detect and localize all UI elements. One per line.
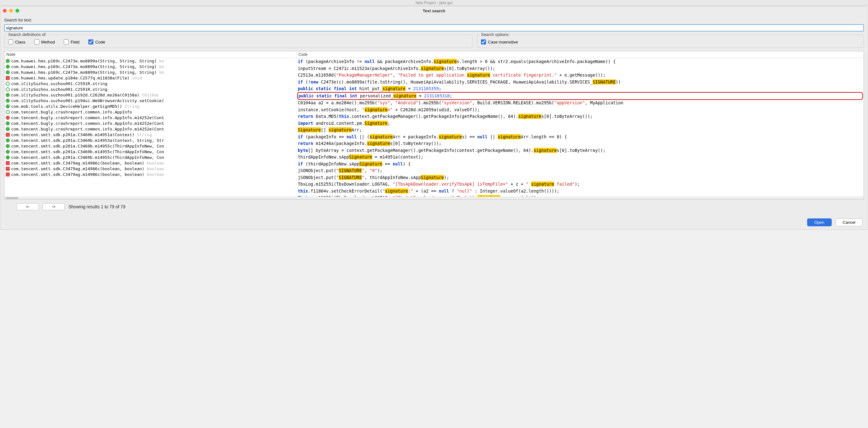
node-text: com.tencent.smtt.sdk.C3479ag.m14986c(boo… [11, 166, 145, 171]
search-input[interactable]: signature [4, 24, 864, 32]
table-row[interactable]: com.huawei.hms.p169c.C2473e.mo8899a(Stri… [4, 64, 296, 69]
table-row[interactable]: com.tencent.smtt.sdk.p201a.C3460b.m14951… [4, 132, 296, 137]
search-input-text: signature [6, 26, 23, 30]
checkbox-label: Field [71, 40, 80, 44]
table-row[interactable]: com.tencent.smtt.sdk.p201a.C3460b.m14953… [4, 137, 296, 143]
code-line[interactable]: instance.setCookie(host, "signature=" + … [297, 106, 864, 113]
table-row[interactable]: com.huawei.hms.p169c.C2473e.mo8899a(Stri… [4, 69, 296, 75]
code-line[interactable]: byte[] byteArray = context.getPackageMan… [297, 147, 864, 154]
field-icon [6, 133, 10, 137]
return-type: boolean [147, 161, 164, 165]
code-line[interactable]: TbsLog.m15255i(TbsDownloader.LOGTAG, "[T… [297, 194, 864, 197]
table-row[interactable]: com.tencent.smtt.sdk.p201a.C3460b.m14955… [4, 149, 296, 155]
code-line[interactable]: C0104aa a2 = a.mo284e().mo295b("sys", "A… [297, 100, 864, 106]
method-icon [6, 127, 10, 131]
table-row[interactable]: com.iCitySuzhou.suzhou001.p194ui.WebBrow… [4, 98, 296, 103]
code-line[interactable]: return Data.MD5(this.context.getPackageM… [297, 113, 864, 120]
code-line[interactable]: public static final int hint_put_signatu… [297, 86, 864, 92]
table-row[interactable]: com.tencent.smtt.sdk.C3479ag.m14986c(boo… [4, 160, 296, 166]
method-icon [6, 99, 10, 103]
table-row[interactable]: com.huawei.hms.update.p184e.C2577q.m1183… [4, 75, 296, 81]
table-row[interactable]: com.iCitySuzhou.suzhou001.C2591R.string [4, 86, 296, 92]
method-icon [6, 110, 10, 114]
node-text: com.huawei.hms.p169c.C2473e.mo8899a(Stri… [11, 64, 157, 69]
code-line[interactable]: import android.content.pm.Signature; [297, 120, 864, 127]
checkbox-method[interactable]: Method [34, 39, 55, 44]
node-text: com.tencent.smtt.sdk.p201a.C3460b.m14955… [11, 150, 164, 154]
code-line[interactable]: jSONObject.put("SIGNATURE", thirdAppInfo… [297, 174, 864, 181]
field-icon [6, 76, 10, 80]
node-text: com.iCitySuzhou.suzhou001.C2591R.string [11, 87, 107, 92]
node-text: com.tencent.bugly.crashreport.common.inf… [11, 116, 164, 120]
checkbox-code[interactable]: Code [88, 39, 105, 44]
table-row[interactable]: com.huawei.hms.p169c.C2473e.mo8899a(Stri… [4, 58, 296, 64]
code-line[interactable]: TbsLog.m15255i(TbsDownloader.LOGTAG, "[T… [297, 181, 864, 188]
method-icon [6, 155, 10, 160]
code-line[interactable]: if (thirdAppInfoNew.sAppSignature == nul… [297, 161, 864, 168]
field-icon [6, 167, 10, 171]
prev-page-button[interactable]: <- [17, 203, 39, 210]
horizontal-scrollbar[interactable] [4, 197, 864, 199]
return-type: bo [159, 64, 164, 69]
table-row[interactable]: com.tencent.bugly.crashreport.common.inf… [4, 115, 296, 121]
results-table: Node Code com.huawei.hms.p169c.C2473e.mo… [4, 51, 864, 199]
table-row[interactable]: com.tencent.smtt.sdk.p201a.C3460b.m14955… [4, 143, 296, 149]
code-line[interactable]: jSONObject.put("SIGNATURE", "0"); [297, 167, 864, 174]
code-line[interactable]: if (!new C2473e(c).mo8899a(file.toString… [297, 79, 864, 86]
method-icon [6, 138, 10, 142]
node-text: com.iCitySuzhou.suzhou001.C2591R.string [11, 81, 107, 86]
node-text: com.iCitySuzhou.suzhou001.p194ui.WebBrow… [11, 98, 164, 103]
code-line[interactable]: if (packageInfo == null || (signatureArr… [297, 134, 864, 140]
search-label: Search for text: [4, 18, 864, 22]
method-icon [6, 121, 10, 126]
node-text: com.tencent.bugly.crashreport.common.inf… [11, 110, 132, 114]
return-type: C0110ac [142, 93, 159, 97]
node-text: com.mob.tools.utils.DeviceHelper.getSign… [11, 104, 122, 109]
search-options-group: Search options: Case insensitive [477, 35, 864, 48]
checkbox-case-insensitive[interactable]: Case insensitive [481, 39, 518, 44]
field-icon [6, 161, 10, 165]
class-icon [6, 116, 10, 120]
code-line[interactable]: inputStream = C2471c.m11523a(packageArch… [297, 65, 864, 72]
table-row[interactable]: com.tencent.smtt.sdk.p201a.C3460b.m14955… [4, 155, 296, 160]
code-line[interactable]: if (packageArchiveInfo != null && packag… [297, 58, 864, 65]
checkbox-field[interactable]: Field [64, 39, 80, 44]
code-line[interactable]: Signature[] signatureArr; [297, 127, 864, 134]
column-header-node[interactable]: Node [4, 52, 297, 58]
field-icon [6, 172, 10, 176]
node-list[interactable]: com.huawei.hms.p169c.C2473e.mo8899a(Stri… [4, 58, 297, 197]
node-text: com.tencent.bugly.crashreport.common.inf… [11, 127, 164, 131]
node-text: com.tencent.smtt.sdk.C3479ag.m14986c(boo… [11, 172, 145, 177]
titlebar: Text search [0, 6, 868, 15]
code-line[interactable]: this.f11804v.setCheckErrorDetail("signat… [297, 188, 864, 195]
cancel-button[interactable]: Cancel [836, 219, 863, 226]
table-row[interactable]: com.mob.tools.utils.DeviceHelper.getSign… [4, 103, 296, 109]
code-line[interactable]: public static final int personalized_sig… [297, 92, 863, 100]
table-row[interactable]: com.tencent.bugly.crashreport.common.inf… [4, 109, 296, 115]
checkbox-label: Class [15, 40, 26, 44]
method-icon [6, 150, 10, 154]
checkbox-class[interactable]: Class [8, 39, 26, 44]
return-type: bo [159, 59, 164, 63]
open-button[interactable]: Open [807, 219, 832, 226]
checkbox-label: Code [95, 40, 105, 44]
parent-window-title: New Project - jadx-gui [0, 0, 868, 6]
next-page-button[interactable]: -> [42, 203, 65, 210]
code-line[interactable]: thirdAppInfoNew.sAppSignature = m14951a(… [297, 154, 864, 161]
table-row[interactable]: com.tencent.bugly.crashreport.common.inf… [4, 126, 296, 132]
group-legend: Search options: [480, 32, 510, 37]
checkbox-label: Case insensitive [488, 40, 518, 44]
table-row[interactable]: com.tencent.smtt.sdk.C3479ag.m14986c(boo… [4, 166, 296, 171]
table-row[interactable]: com.tencent.bugly.crashreport.common.inf… [4, 121, 296, 126]
code-line[interactable]: return m14246a(packageInfo.signatures[0]… [297, 140, 864, 147]
column-header-code[interactable]: Code [297, 52, 864, 58]
table-row[interactable]: com.iCitySuzhou.suzhou001.p192d.C2628d.m… [4, 92, 296, 98]
code-line[interactable]: C2513a.m11658d("PackageManagerHelper", "… [297, 72, 864, 79]
method-icon [6, 59, 10, 63]
node-text: com.iCitySuzhou.suzhou001.p192d.C2628d.m… [11, 93, 140, 97]
table-row[interactable]: com.iCitySuzhou.suzhou001.C2591R.string [4, 81, 296, 86]
method-icon [6, 70, 10, 74]
table-row[interactable]: com.tencent.smtt.sdk.C3479ag.m14986c(boo… [4, 171, 296, 177]
code-list[interactable]: if (packageArchiveInfo != null && packag… [297, 58, 864, 197]
method-icon [6, 81, 10, 86]
